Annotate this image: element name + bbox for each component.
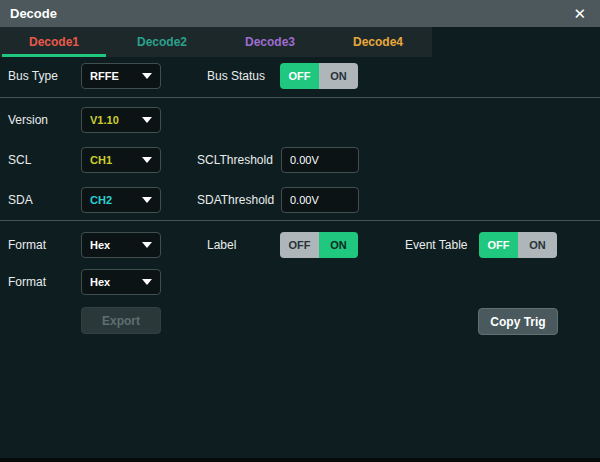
scl-label: SCL [8, 147, 31, 173]
chevron-down-icon [142, 197, 152, 203]
divider [0, 220, 600, 221]
sda-label: SDA [8, 187, 33, 213]
bottom-edge [0, 458, 600, 462]
tab-decode1[interactable]: Decode1 [0, 27, 108, 57]
tab-decode3-label: Decode3 [245, 35, 295, 49]
event-table-toggle[interactable]: OFF ON [479, 232, 557, 258]
scl-channel-dropdown[interactable]: CH1 [81, 147, 161, 173]
tab-decode4-label: Decode4 [353, 35, 403, 49]
bus-status-on[interactable]: ON [319, 63, 358, 89]
tab-decode1-label: Decode1 [29, 35, 79, 49]
tab-decode4[interactable]: Decode4 [324, 27, 432, 57]
format-display-dropdown[interactable]: Hex [81, 232, 161, 258]
format-display-value: Hex [90, 239, 110, 251]
scl-channel-value: CH1 [90, 154, 112, 166]
event-table-on[interactable]: ON [518, 232, 557, 258]
chevron-down-icon [142, 117, 152, 123]
bus-type-dropdown[interactable]: RFFE [81, 63, 161, 89]
chevron-down-icon [142, 157, 152, 163]
chevron-down-icon [142, 242, 152, 248]
format-export-value: Hex [90, 276, 110, 288]
bus-status-toggle[interactable]: OFF ON [280, 63, 358, 89]
tab-decode2[interactable]: Decode2 [108, 27, 216, 57]
export-button[interactable]: Export [81, 307, 161, 334]
dialog-title: Decode [10, 6, 57, 21]
label-toggle[interactable]: OFF ON [280, 232, 358, 258]
chevron-down-icon [142, 279, 152, 285]
title-bar: Decode ✕ [0, 0, 600, 27]
sda-channel-dropdown[interactable]: CH2 [81, 187, 161, 213]
decode-tab-strip: Decode1 Decode2 Decode3 Decode4 [0, 27, 432, 57]
label-toggle-on[interactable]: ON [319, 232, 358, 258]
version-dropdown[interactable]: V1.10 [81, 107, 161, 133]
bus-status-off[interactable]: OFF [280, 63, 319, 89]
bus-type-value: RFFE [90, 70, 119, 82]
tab-decode2-label: Decode2 [137, 35, 187, 49]
bus-type-label: Bus Type [8, 63, 58, 89]
sda-channel-value: CH2 [90, 194, 112, 206]
event-table-off[interactable]: OFF [479, 232, 518, 258]
format-export-label: Format [8, 269, 46, 295]
label-toggle-label: Label [207, 232, 236, 258]
tab-decode3[interactable]: Decode3 [216, 27, 324, 57]
chevron-down-icon [142, 73, 152, 79]
divider [0, 97, 600, 98]
sda-threshold-label: SDAThreshold [197, 187, 274, 213]
copy-trig-button[interactable]: Copy Trig [478, 308, 558, 335]
scl-threshold-label: SCLThreshold [197, 147, 273, 173]
bus-status-label: Bus Status [207, 63, 265, 89]
close-icon[interactable]: ✕ [569, 0, 590, 27]
decode-dialog: Decode ✕ Decode1 Decode2 Decode3 Decode4… [0, 0, 600, 462]
format-export-dropdown[interactable]: Hex [81, 269, 161, 295]
sda-threshold-input[interactable] [281, 187, 359, 213]
format-display-label: Format [8, 232, 46, 258]
version-label: Version [8, 107, 48, 133]
version-value: V1.10 [90, 114, 119, 126]
event-table-label: Event Table [405, 232, 468, 258]
label-toggle-off[interactable]: OFF [280, 232, 319, 258]
scl-threshold-input[interactable] [281, 147, 359, 173]
